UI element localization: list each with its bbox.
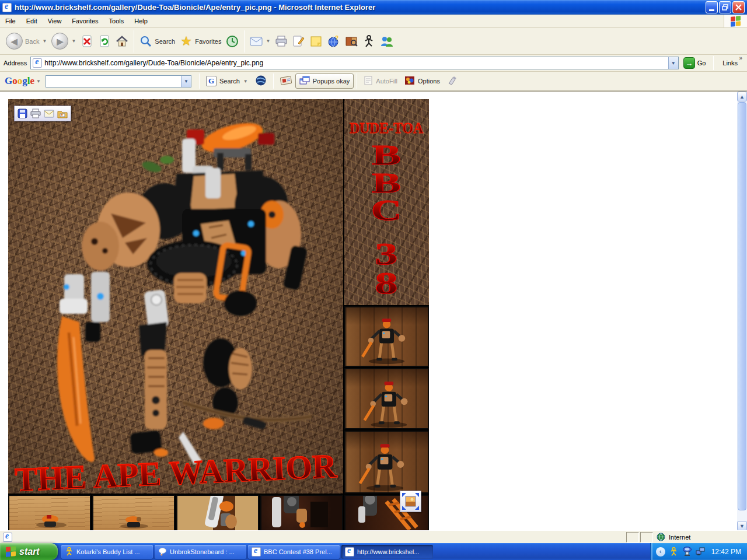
discuss-button[interactable] <box>308 34 325 49</box>
home-button[interactable] <box>113 34 131 49</box>
search-icon <box>139 35 152 48</box>
popup-windows-icon <box>299 76 310 86</box>
forward-dropdown-icon[interactable]: ▼ <box>71 38 76 44</box>
google-search-input[interactable] <box>46 76 181 86</box>
address-input[interactable] <box>44 58 668 68</box>
title-bar[interactable]: http://www.brickshelf.com/gallery/Dude-T… <box>0 0 747 15</box>
menu-tools[interactable]: Tools <box>104 15 130 27</box>
toolbar-overflow-chevron-icon[interactable]: » <box>739 55 742 61</box>
menu-file[interactable]: File <box>0 15 21 27</box>
collage-right-column: DUDE-TOA B B C 3 8 <box>344 99 429 494</box>
my-pictures-folder-icon[interactable] <box>57 109 68 118</box>
messenger-people-icon <box>380 35 393 48</box>
security-zone-pane: Internet <box>654 532 746 542</box>
aim-tray-icon[interactable] <box>669 547 679 556</box>
thumbnail-bottom-2 <box>92 495 175 531</box>
messenger-globe-button[interactable]: ? <box>325 34 343 49</box>
search-button[interactable]: Search <box>137 34 177 49</box>
status-pane-divider <box>640 532 653 542</box>
autofill-button[interactable]: AutoFill <box>360 74 401 88</box>
google-search-button[interactable]: G Search ▼ <box>203 74 252 88</box>
task-aim-buddy-list[interactable]: Kotarki's Buddy List ... <box>61 545 153 559</box>
toolbar-separator <box>134 30 134 52</box>
restore-button[interactable] <box>719 1 731 13</box>
go-label: Go <box>697 60 706 66</box>
collage-title-text: THE APE WARRIOR <box>14 447 338 494</box>
toolbar-separator <box>244 30 245 52</box>
research-button[interactable] <box>343 34 360 49</box>
forward-icon: ▶ <box>51 33 68 50</box>
menu-favorites[interactable]: Favorites <box>67 15 103 27</box>
standard-buttons-toolbar: ◀ Back ▼ ▶ ▼ Search <box>0 28 747 55</box>
menu-help[interactable]: Help <box>129 15 153 27</box>
google-logo-dropdown-icon[interactable]: ▼ <box>36 79 41 84</box>
aim-toolbar-button[interactable] <box>360 34 378 49</box>
popup-blocker-button[interactable]: Popups okay <box>295 74 354 89</box>
network-tray-icon[interactable] <box>696 547 706 556</box>
refresh-button[interactable] <box>96 34 113 49</box>
contest-digit: 8 <box>375 267 398 300</box>
email-icon[interactable] <box>44 109 54 118</box>
options-palette-icon <box>404 76 415 86</box>
vertical-scrollbar[interactable]: ▲ ▼ <box>737 92 747 531</box>
collage-text-column: DUDE-TOA B B C 3 8 <box>344 99 429 305</box>
forward-button[interactable]: ▶ ▼ <box>49 32 78 51</box>
popups-okay-label: Popups okay <box>313 78 350 85</box>
scroll-up-button[interactable]: ▲ <box>737 92 747 102</box>
save-icon[interactable] <box>18 108 27 118</box>
options-button[interactable]: Options <box>401 74 444 88</box>
google-earth-button[interactable] <box>252 73 270 89</box>
minimize-button[interactable] <box>706 1 718 13</box>
highlight-button[interactable] <box>444 74 461 88</box>
task-brickshelf-active[interactable]: http://www.brickshel... <box>341 545 433 559</box>
google-search-dropdown-icon[interactable]: ▼ <box>181 76 191 87</box>
tray-clock[interactable]: 12:42 PM <box>711 548 741 556</box>
taskbar: start Kotarki's Buddy List ... UnbrokSto… <box>0 543 747 560</box>
start-button[interactable]: start <box>0 543 58 560</box>
print-icon[interactable] <box>30 108 41 118</box>
msn-messenger-button[interactable] <box>378 34 395 49</box>
contest-digit: 3 <box>375 237 398 271</box>
chat-icon <box>158 547 167 556</box>
menu-edit[interactable]: Edit <box>21 15 43 27</box>
hide-icons-chevron[interactable]: ‹ <box>656 547 665 556</box>
back-button[interactable]: ◀ Back ▼ <box>4 32 49 51</box>
mail-dropdown-icon[interactable]: ▼ <box>266 38 270 44</box>
google-search-box[interactable]: ▼ <box>46 75 191 88</box>
links-toolbar[interactable]: Links » <box>717 55 743 71</box>
document-status-icon <box>3 533 12 542</box>
print-button[interactable] <box>273 34 290 49</box>
entry-pic-image: THE APE WARRIOR DUDE-TOA B B <box>8 99 429 531</box>
task-bbc-contest[interactable]: BBC Contest #38 Prel... <box>248 545 340 559</box>
bbc-letter: B <box>372 139 401 171</box>
address-field[interactable]: ▼ <box>30 57 678 69</box>
favorites-button[interactable]: ★ Favorites <box>177 34 224 49</box>
image-resize-button[interactable] <box>400 491 421 512</box>
google-search-dropdown-caret-icon[interactable]: ▼ <box>243 79 248 84</box>
google-logo[interactable]: Google <box>5 75 34 87</box>
windows-flag-icon <box>731 16 741 27</box>
thumbnail-right-3 <box>344 430 429 494</box>
scrollbar-thumb[interactable] <box>738 102 746 510</box>
back-dropdown-icon[interactable]: ▼ <box>42 38 47 44</box>
close-button[interactable] <box>732 1 745 13</box>
address-dropdown-icon[interactable]: ▼ <box>668 57 678 69</box>
mail-button[interactable]: ▼ <box>247 34 273 49</box>
history-button[interactable] <box>224 34 241 49</box>
scroll-down-button[interactable]: ▼ <box>737 521 747 531</box>
refresh-icon <box>98 35 111 48</box>
app-tray-icon[interactable] <box>682 547 692 556</box>
go-button[interactable]: → Go <box>683 57 706 69</box>
stop-button[interactable] <box>78 34 96 49</box>
edit-button[interactable] <box>290 34 308 49</box>
task-chat-window[interactable]: UnbrokStonebeard : ... <box>155 545 246 559</box>
menu-bar: File Edit View Favorites Tools Help <box>0 15 747 28</box>
google-news-button[interactable] <box>277 74 295 89</box>
google-g-icon: G <box>206 76 217 86</box>
toolbar-separator <box>713 56 714 70</box>
discuss-note-icon <box>310 35 323 48</box>
restore-icon <box>722 4 728 10</box>
status-bar: Internet <box>0 530 747 543</box>
status-message-pane <box>1 532 625 542</box>
menu-view[interactable]: View <box>43 15 67 27</box>
